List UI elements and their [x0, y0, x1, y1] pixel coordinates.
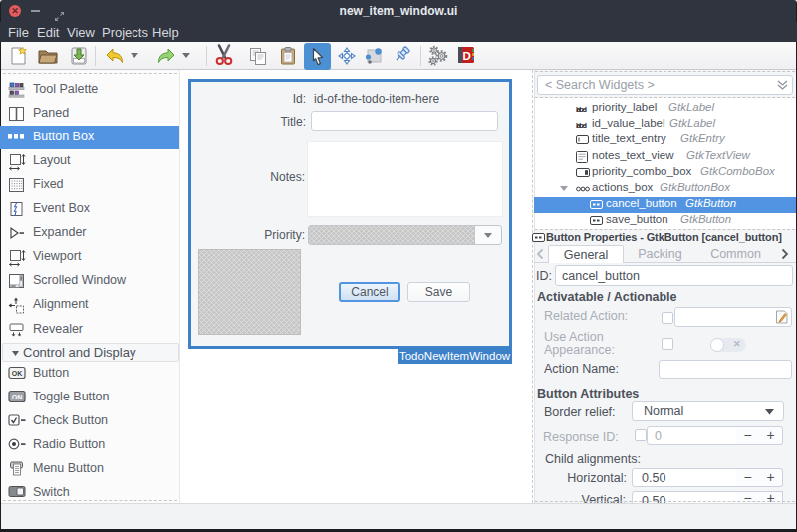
svg-text:label: label [576, 122, 587, 129]
svg-text:label: label [576, 106, 587, 113]
svg-text:ON: ON [12, 394, 23, 400]
svg-text:OK: OK [12, 370, 23, 377]
svg-text:D: D [462, 50, 470, 62]
